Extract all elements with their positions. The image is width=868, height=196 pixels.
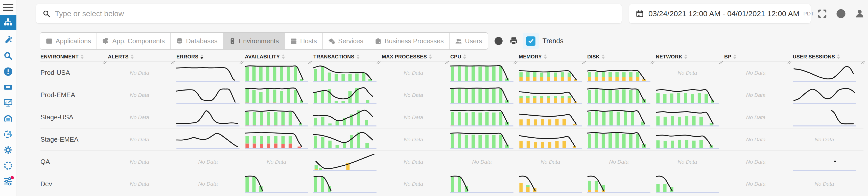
cell-availability[interactable]	[245, 106, 313, 128]
cell-memory[interactable]: No Data	[519, 151, 587, 173]
cell-alerts[interactable]: No Data	[108, 151, 176, 173]
column-header-availability[interactable]: AVAILABILITY	[245, 54, 313, 60]
trends-toggle[interactable]: Trends	[523, 33, 563, 49]
sort-icon[interactable]	[356, 54, 360, 59]
cell-memory[interactable]	[519, 106, 587, 128]
tab-databases[interactable]: Databases	[170, 33, 223, 49]
cell-transactions[interactable]	[313, 62, 382, 84]
cell-disk[interactable]	[587, 84, 656, 106]
column-header-transactions[interactable]: TRANSACTIONS	[313, 54, 382, 60]
sort-icon[interactable]	[463, 54, 466, 59]
table-row[interactable]: Prod-USANo DataNo DataNo DataNo Data	[40, 61, 864, 84]
cell-availability[interactable]	[245, 62, 313, 84]
cell-user_sessions[interactable]	[793, 84, 864, 106]
sidebar-item-settings[interactable]	[0, 144, 17, 156]
sidebar-item-wand[interactable]	[0, 34, 17, 46]
sidebar-item-dashboard[interactable]	[0, 97, 17, 109]
fullscreen-button[interactable]	[817, 8, 828, 19]
tab-services[interactable]: Services	[322, 33, 369, 49]
cell-max_processes[interactable]: No Data	[382, 62, 450, 84]
sidebar-item-ticket[interactable]	[0, 81, 17, 93]
sidebar-item-dashed-circle[interactable]	[0, 160, 17, 171]
cell-disk[interactable]	[587, 62, 656, 84]
cell-transactions[interactable]	[313, 129, 382, 150]
table-row[interactable]: DevNo DataNo DataNo DataNo DataNo Data	[40, 173, 864, 195]
cell-network[interactable]	[656, 173, 724, 195]
cell-transactions[interactable]	[313, 84, 382, 106]
column-header-max_processes[interactable]: MAX PROCESSES	[382, 54, 450, 60]
cell-bp[interactable]: No Data	[724, 62, 793, 84]
sort-icon[interactable]	[131, 54, 134, 59]
cell-memory[interactable]	[519, 173, 587, 195]
cell-cpu[interactable]	[450, 129, 519, 150]
cell-cpu[interactable]	[450, 62, 519, 84]
cell-availability[interactable]	[245, 173, 313, 195]
play-button[interactable]	[835, 8, 846, 19]
cell-cpu[interactable]	[450, 84, 519, 106]
sort-icon[interactable]	[282, 54, 285, 59]
column-header-environment[interactable]: ENVIRONMENT	[40, 54, 108, 60]
sort-icon[interactable]	[544, 54, 547, 59]
cell-bp[interactable]: No Data	[724, 151, 793, 173]
cell-alerts[interactable]: No Data	[108, 173, 176, 195]
user-menu-button[interactable]	[854, 8, 865, 19]
sort-icon[interactable]	[81, 54, 84, 59]
table-row[interactable]: QANo DataNo DataNo DataNo DataNo DataNo …	[40, 150, 864, 173]
environment-name[interactable]: Stage-USA	[40, 106, 108, 128]
cell-user_sessions[interactable]	[793, 151, 864, 173]
trends-checkbox[interactable]	[526, 36, 535, 46]
cell-max_processes[interactable]: No Data	[382, 106, 450, 128]
cell-alerts[interactable]: No Data	[108, 129, 176, 150]
sidebar-item-integrations[interactable]	[0, 129, 17, 140]
environment-name[interactable]: Prod-EMEA	[40, 84, 108, 106]
cell-availability[interactable]	[245, 84, 313, 106]
print-button[interactable]	[508, 35, 519, 47]
cell-max_processes[interactable]: No Data	[382, 129, 450, 150]
cell-availability[interactable]: No Data	[245, 151, 313, 173]
cell-memory[interactable]	[519, 129, 587, 150]
cell-disk[interactable]	[587, 129, 656, 150]
cell-alerts[interactable]: No Data	[108, 62, 176, 84]
column-header-alerts[interactable]: ALERTS	[108, 54, 176, 60]
tab-users[interactable]: Users	[449, 33, 488, 49]
table-row[interactable]: Stage-USANo DataNo DataNo Data	[40, 106, 864, 128]
cell-disk[interactable]	[587, 173, 656, 195]
cell-disk[interactable]	[587, 106, 656, 128]
cell-network[interactable]	[656, 129, 724, 150]
sidebar-item-topology[interactable]	[0, 15, 17, 30]
environment-name[interactable]: QA	[40, 151, 108, 173]
column-header-memory[interactable]: MEMORY	[519, 54, 587, 60]
cell-errors[interactable]	[176, 84, 245, 106]
cell-transactions[interactable]	[313, 151, 382, 173]
environment-name[interactable]: Prod-USA	[40, 62, 108, 84]
sidebar-item-filters[interactable]	[0, 175, 17, 187]
cell-cpu[interactable]: No Data	[450, 151, 519, 173]
cell-errors[interactable]: No Data	[176, 173, 245, 195]
cell-memory[interactable]	[519, 84, 587, 106]
cell-transactions[interactable]	[313, 106, 382, 128]
tab-hosts[interactable]: Hosts	[284, 33, 322, 49]
cell-alerts[interactable]: No Data	[108, 106, 176, 128]
sort-icon[interactable]	[733, 54, 736, 59]
cell-bp[interactable]: No Data	[724, 173, 793, 195]
search-input[interactable]	[55, 9, 615, 18]
replay-button[interactable]	[493, 35, 504, 47]
sort-icon[interactable]	[429, 54, 432, 59]
sort-icon[interactable]	[602, 54, 605, 59]
cell-user_sessions[interactable]	[793, 106, 864, 128]
column-header-disk[interactable]: DISK	[587, 54, 656, 60]
cell-cpu[interactable]	[450, 106, 519, 128]
cell-errors[interactable]: No Data	[176, 151, 245, 173]
cell-alerts[interactable]: No Data	[108, 84, 176, 106]
table-row[interactable]: Stage-EMEANo DataNo DataNo DataNo Data	[40, 128, 864, 150]
sidebar-item-capacity[interactable]	[0, 113, 17, 124]
cell-user_sessions[interactable]: No Data	[793, 129, 864, 150]
tab-app-components[interactable]: App. Components	[96, 33, 170, 49]
column-header-user_sessions[interactable]: USER SESSIONS	[793, 54, 864, 60]
column-header-errors[interactable]: ERRORS	[176, 54, 245, 60]
column-header-bp[interactable]: BP	[724, 54, 793, 60]
cell-user_sessions[interactable]: No Data	[793, 173, 864, 195]
environment-name[interactable]: Stage-EMEA	[40, 129, 108, 150]
cell-transactions[interactable]	[313, 173, 382, 195]
tab-applications[interactable]: Applications	[40, 33, 96, 49]
